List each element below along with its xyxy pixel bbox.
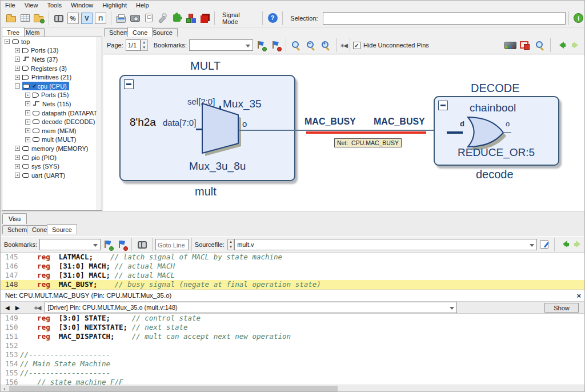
tree-item-mult[interactable]: +mult (MULT) bbox=[2, 135, 102, 145]
forward-button[interactable] bbox=[572, 238, 585, 251]
next-driver-button[interactable]: ▶ bbox=[15, 305, 20, 311]
tree-item-primitives[interactable]: +Primitives (21) bbox=[2, 73, 102, 82]
mac-busy-wire[interactable] bbox=[239, 130, 448, 131]
tab-source-bottom[interactable]: Source bbox=[47, 224, 77, 234]
zoom-in-button[interactable]: + bbox=[319, 38, 333, 52]
expand-icon[interactable]: + bbox=[15, 48, 20, 53]
delete-bookmark-button[interactable] bbox=[269, 38, 282, 52]
zoom-out-button[interactable]: − bbox=[304, 38, 318, 52]
trace-driver-button[interactable]: ∗◀ bbox=[340, 42, 347, 49]
tab-visu[interactable]: Visu bbox=[2, 213, 27, 225]
menu-file[interactable]: File bbox=[5, 2, 15, 9]
add-bookmark-button[interactable] bbox=[254, 38, 267, 52]
magnify-button[interactable] bbox=[533, 38, 547, 52]
forward-button[interactable] bbox=[569, 38, 583, 52]
collapse-block-icon[interactable] bbox=[438, 101, 448, 110]
collapse-icon[interactable]: − bbox=[5, 39, 10, 44]
zoom-fit-button[interactable] bbox=[290, 38, 303, 52]
expand-icon[interactable]: + bbox=[15, 164, 20, 169]
menu-window[interactable]: Window bbox=[71, 2, 93, 9]
expand-icon[interactable]: + bbox=[25, 110, 30, 115]
snapshot-button[interactable] bbox=[129, 11, 141, 25]
page-input[interactable]: 1/1 bbox=[126, 39, 141, 51]
menu-help[interactable]: Help bbox=[136, 2, 149, 9]
scrollbar-thumb[interactable] bbox=[9, 386, 338, 392]
expand-icon[interactable]: + bbox=[15, 173, 20, 178]
collapse-icon[interactable]: − bbox=[15, 83, 20, 89]
tree-item-cpu[interactable]: −✓cpu (CPU) bbox=[2, 82, 102, 91]
goto-driver-button[interactable]: ∗◀ bbox=[33, 305, 40, 311]
net-label-mac-busy-2[interactable]: MAC_BUSY bbox=[374, 117, 425, 127]
signal-mode-button[interactable]: Signal Mode bbox=[218, 11, 259, 25]
show-button[interactable]: Show bbox=[544, 303, 579, 313]
tree-item-registers[interactable]: +Registers (3) bbox=[2, 64, 102, 73]
tree-item-uart[interactable]: +uart (UART) bbox=[2, 171, 102, 180]
source-code-bottom[interactable]: 149 reg [3:0] STATE; // control state 15… bbox=[1, 314, 585, 385]
goto-line-input[interactable] bbox=[155, 239, 189, 250]
scroll-left-icon[interactable]: ‹ bbox=[1, 385, 9, 392]
tree-scrollbar[interactable] bbox=[97, 37, 102, 210]
add-bookmark-button[interactable] bbox=[101, 238, 114, 251]
expand-icon[interactable]: + bbox=[25, 119, 30, 125]
highlighted-net-trace[interactable] bbox=[306, 131, 426, 134]
expand-icon[interactable]: + bbox=[15, 155, 20, 160]
tree-item-nets115[interactable]: +Nets (115) bbox=[2, 99, 102, 109]
stop-button[interactable] bbox=[198, 11, 211, 25]
expand-icon[interactable]: + bbox=[25, 128, 30, 133]
selection-input[interactable] bbox=[323, 12, 566, 25]
open-button[interactable] bbox=[5, 11, 17, 25]
tree-item-decode[interactable]: +decode (DECODE) bbox=[2, 117, 102, 126]
search-button[interactable] bbox=[53, 11, 65, 25]
search-button[interactable] bbox=[135, 238, 149, 251]
tree-item-mem[interactable]: +mem (MEM) bbox=[2, 126, 102, 135]
tree-item-top[interactable]: −top bbox=[2, 37, 102, 46]
expand-icon[interactable]: + bbox=[15, 146, 20, 151]
prev-driver-button[interactable]: ◀ bbox=[5, 305, 10, 311]
mux-shape[interactable] bbox=[201, 102, 244, 159]
delete-bookmark-button[interactable] bbox=[115, 238, 129, 251]
report-button[interactable] bbox=[142, 11, 155, 25]
source-code-top[interactable]: 145 reg LATMACL; // latch signal of MACL… bbox=[1, 253, 585, 289]
expand-icon[interactable]: + bbox=[25, 137, 30, 142]
expand-icon[interactable]: + bbox=[15, 75, 20, 80]
expand-icon[interactable]: + bbox=[25, 101, 30, 106]
fullscreen-button[interactable] bbox=[503, 38, 517, 52]
tree-item-nets37[interactable]: +Nets (37) bbox=[2, 55, 102, 64]
tree-item-ports13[interactable]: +Ports (13) bbox=[2, 46, 102, 55]
expand-icon[interactable]: + bbox=[25, 93, 30, 98]
sourcefile-dropdown[interactable]: mult.v bbox=[234, 239, 537, 250]
horizontal-scrollbar[interactable]: ‹ bbox=[1, 385, 585, 392]
collapse-block-icon[interactable] bbox=[124, 79, 134, 89]
hide-unconnected-checkbox[interactable]: ✓ bbox=[353, 42, 360, 49]
expand-icon[interactable]: + bbox=[15, 66, 20, 71]
menu-tools[interactable]: Tools bbox=[47, 2, 62, 9]
percent-view-button[interactable]: % bbox=[66, 11, 79, 25]
hierarchy-button[interactable] bbox=[184, 11, 197, 25]
bookmarks-dropdown[interactable] bbox=[189, 39, 253, 51]
tree-item-pio[interactable]: +pio (PIO) bbox=[2, 153, 102, 162]
menu-view[interactable]: View bbox=[25, 2, 38, 9]
plugin-button[interactable] bbox=[170, 11, 183, 25]
back-button[interactable] bbox=[558, 238, 571, 251]
edit-source-button[interactable] bbox=[538, 238, 551, 251]
help-button[interactable]: ? bbox=[266, 11, 279, 25]
tab-cone[interactable]: Cone bbox=[127, 27, 153, 37]
tree-item-sys[interactable]: +sys (SYS) bbox=[2, 162, 102, 171]
close-icon[interactable]: × bbox=[576, 291, 581, 300]
tree-item-datapath[interactable]: +datapath (DATAPATH) bbox=[2, 109, 102, 118]
tab-tree[interactable]: Tree bbox=[2, 27, 25, 37]
bookmarks-dropdown[interactable] bbox=[39, 239, 101, 250]
print-button[interactable] bbox=[115, 11, 127, 25]
waveform-button[interactable]: ⊓ bbox=[94, 11, 107, 25]
tree-item-ports15[interactable]: +Ports (15) bbox=[2, 91, 102, 100]
back-button[interactable] bbox=[554, 38, 568, 52]
net-label-mac-busy-1[interactable]: MAC_BUSY bbox=[304, 117, 356, 127]
schematic-canvas[interactable]: MULT sel[2:0] Mux_35 8'h2a data[7:0] o M… bbox=[103, 55, 585, 211]
info-button[interactable]: i bbox=[572, 11, 585, 25]
expand-icon[interactable]: + bbox=[15, 57, 20, 62]
menu-highlight[interactable]: Highlight bbox=[102, 2, 127, 9]
add-library-button[interactable] bbox=[33, 11, 45, 25]
page-spinner[interactable]: ▲▼ bbox=[141, 39, 148, 51]
value-annotation-button[interactable]: V bbox=[81, 11, 93, 25]
driver-pin-dropdown[interactable]: [Driver] Pin: CPU.MULT.Mux_35.o (mult.v:… bbox=[45, 302, 457, 313]
